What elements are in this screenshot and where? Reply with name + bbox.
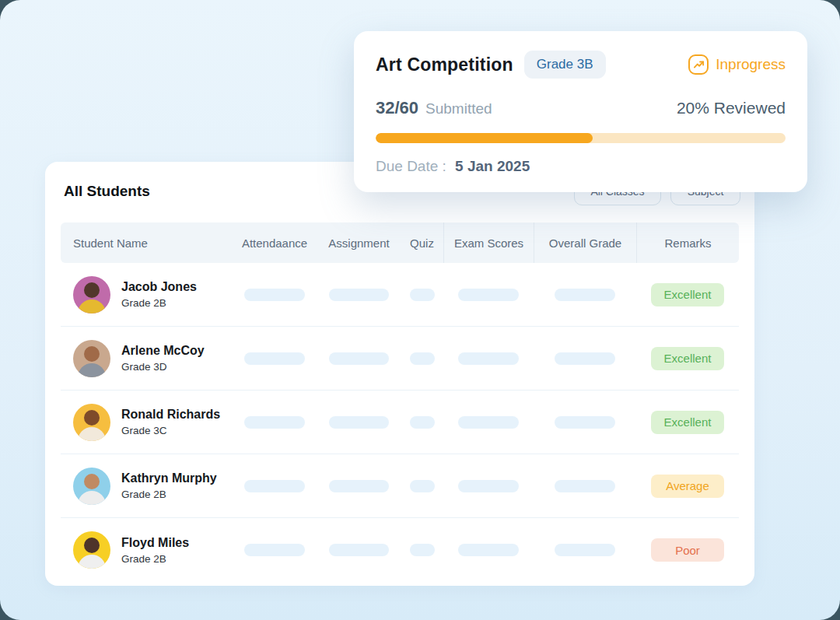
student-cell: Kathryn Murphy Grade 2B xyxy=(61,468,232,505)
avatar xyxy=(73,404,110,441)
exam-scores-placeholder-pill xyxy=(458,416,519,429)
student-name: Arlene McCoy xyxy=(121,344,205,358)
exam-scores-placeholder-pill xyxy=(458,480,519,492)
avatar xyxy=(73,531,110,569)
avatar xyxy=(73,468,110,505)
exam-scores-placeholder-pill xyxy=(458,289,519,301)
progress-bar xyxy=(376,133,786,143)
column-header-student-name: Student Name xyxy=(61,222,232,263)
status-label: Inprogress xyxy=(716,56,786,73)
table-row[interactable]: Kathryn Murphy Grade 2B Average xyxy=(61,454,739,518)
student-grade: Grade 3D xyxy=(121,361,205,373)
student-name: Jacob Jones xyxy=(121,280,197,294)
column-header-assignment: Assignment xyxy=(317,222,401,263)
student-name: Floyd Miles xyxy=(121,536,189,550)
assignment-placeholder-pill xyxy=(329,416,389,429)
dashboard-canvas: All Students All Classes Subject Student… xyxy=(0,0,840,620)
overall-grade-placeholder-pill xyxy=(555,289,615,301)
attendance-placeholder-pill xyxy=(244,289,305,301)
remark-badge: Excellent xyxy=(651,347,724,370)
student-name: Kathryn Murphy xyxy=(121,471,217,485)
status-indicator: Inprogress xyxy=(688,54,786,75)
trending-up-icon xyxy=(688,54,709,75)
student-cell: Jacob Jones Grade 2B xyxy=(61,276,232,314)
student-grade: Grade 2B xyxy=(121,553,189,565)
attendance-placeholder-pill xyxy=(244,416,305,429)
assignment-placeholder-pill xyxy=(329,544,389,556)
student-cell: Arlene McCoy Grade 3D xyxy=(61,340,232,377)
submitted-label: Submitted xyxy=(425,100,492,117)
avatar-head-shape xyxy=(84,410,100,426)
remark-badge: Excellent xyxy=(651,411,724,434)
column-header-attendance: Attendaance xyxy=(232,222,317,263)
column-header-remarks: Remarks xyxy=(636,222,739,263)
grade-badge: Grade 3B xyxy=(524,51,606,79)
avatar-head-shape xyxy=(84,538,100,553)
all-students-panel: All Students All Classes Subject Student… xyxy=(45,162,754,586)
assignment-progress-card: Art Competition Grade 3B Inprogress 32/6… xyxy=(354,31,807,192)
remark-badge: Poor xyxy=(651,538,724,562)
column-header-quiz: Quiz xyxy=(401,222,443,263)
reviewed-percent: 20% Reviewed xyxy=(677,99,786,117)
assignment-placeholder-pill xyxy=(329,352,389,365)
quiz-placeholder-pill xyxy=(410,480,435,492)
avatar-body-shape xyxy=(78,555,106,569)
quiz-placeholder-pill xyxy=(410,289,435,301)
student-grade: Grade 2B xyxy=(121,489,217,500)
attendance-placeholder-pill xyxy=(244,352,305,365)
avatar-head-shape xyxy=(84,282,100,298)
assignment-title: Art Competition xyxy=(376,54,513,75)
quiz-placeholder-pill xyxy=(410,352,435,365)
avatar xyxy=(73,340,110,377)
remark-badge: Excellent xyxy=(651,283,724,306)
avatar xyxy=(73,276,110,314)
overall-grade-placeholder-pill xyxy=(555,416,615,429)
student-grade: Grade 2B xyxy=(121,297,197,309)
avatar-head-shape xyxy=(84,474,100,489)
due-date-row: Due Date : 5 Jan 2025 xyxy=(376,158,786,175)
column-header-exam-scores: Exam Scores xyxy=(443,222,534,263)
student-cell: Floyd Miles Grade 2B xyxy=(61,531,232,569)
student-grade: Grade 3C xyxy=(121,425,220,436)
assignment-placeholder-pill xyxy=(329,480,389,492)
quiz-placeholder-pill xyxy=(410,544,435,556)
students-table: Student Name Attendaance Assignment Quiz… xyxy=(61,222,739,582)
due-date-label: Due Date : xyxy=(376,158,446,174)
table-row[interactable]: Ronald Richards Grade 3C Excellent xyxy=(61,391,739,454)
overall-grade-placeholder-pill xyxy=(555,544,615,556)
avatar-body-shape xyxy=(78,299,106,314)
avatar-head-shape xyxy=(84,346,100,362)
submitted-count: 32/60 xyxy=(376,98,418,118)
column-header-overall-grade: Overall Grade xyxy=(534,222,636,263)
avatar-body-shape xyxy=(78,427,106,441)
table-row[interactable]: Floyd Miles Grade 2B Poor xyxy=(61,518,739,582)
remark-badge: Average xyxy=(651,475,724,498)
student-name: Ronald Richards xyxy=(121,408,220,422)
table-row[interactable]: Jacob Jones Grade 2B Excellent xyxy=(61,263,739,327)
overall-grade-placeholder-pill xyxy=(555,352,615,365)
quiz-placeholder-pill xyxy=(410,416,435,429)
avatar-body-shape xyxy=(78,363,106,377)
table-row[interactable]: Arlene McCoy Grade 3D Excellent xyxy=(61,327,739,391)
due-date-value: 5 Jan 2025 xyxy=(455,158,530,174)
attendance-placeholder-pill xyxy=(244,480,305,492)
exam-scores-placeholder-pill xyxy=(458,352,519,365)
assignment-placeholder-pill xyxy=(329,289,389,301)
page-title: All Students xyxy=(64,183,150,200)
exam-scores-placeholder-pill xyxy=(458,544,519,556)
avatar-body-shape xyxy=(78,491,106,505)
student-cell: Ronald Richards Grade 3C xyxy=(61,404,232,441)
attendance-placeholder-pill xyxy=(244,544,305,556)
table-header-row: Student Name Attendaance Assignment Quiz… xyxy=(61,222,739,263)
overall-grade-placeholder-pill xyxy=(555,480,615,492)
progress-bar-fill xyxy=(376,133,593,143)
